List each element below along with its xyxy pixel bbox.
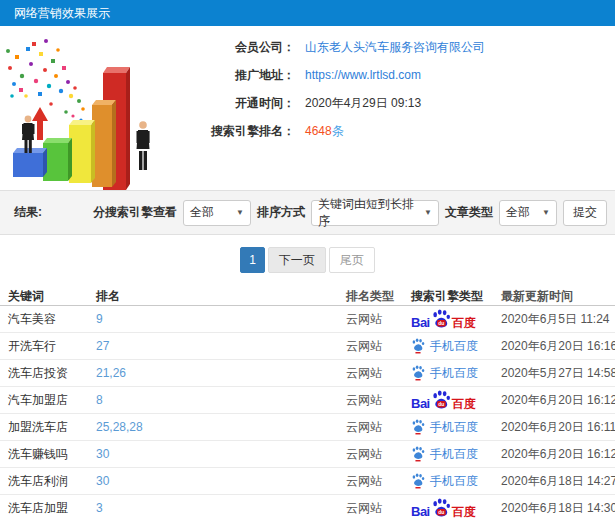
table-row: 洗车店利润 30 云网站 Bai du 百度: [0, 468, 615, 495]
rank-cell: 8: [88, 393, 338, 407]
mobile-baidu-label: 手机百度: [430, 419, 478, 436]
keyword-cell: 汽车加盟店: [0, 392, 88, 409]
sort-label: 排序方式: [257, 204, 305, 221]
rank-link[interactable]: 8: [96, 393, 103, 407]
engine-type-cell: Bai du 百度: [403, 309, 493, 329]
updated-cell: 2020年6月20日 16:16: [493, 338, 615, 355]
updated-cell: 2020年5月27日 14:58: [493, 365, 615, 382]
pagination-last-button[interactable]: 尾页: [329, 247, 375, 273]
header-engine-type: 搜索引擎类型: [403, 288, 493, 305]
sort-select[interactable]: 关键词由短到长排序 ▼: [311, 200, 439, 226]
table-row: 汽车美容 9 云网站 Bai du 百度: [0, 306, 615, 333]
table-row: 加盟洗车店 25,28,28 云网站 Bai du 百度: [0, 414, 615, 441]
mobile-baidu-paw-icon: [411, 419, 425, 435]
pagination-page-1[interactable]: 1: [240, 247, 265, 273]
baidu-logo-cn-text: 百度: [452, 506, 476, 518]
mobile-baidu-paw-icon: [411, 446, 425, 462]
keyword-cell: 洗车店利润: [0, 473, 88, 490]
engine-filter-selected-value: 全部: [190, 204, 214, 221]
rank-cell: 30: [88, 474, 338, 488]
rank-link[interactable]: 30: [96, 474, 109, 488]
table-row: 洗车店加盟 3 云网站 Bai du 百度: [0, 495, 615, 520]
baidu-logo-bai-text: Bai: [411, 316, 430, 329]
page-header-bar: 网络营销效果展示: [0, 0, 615, 26]
results-section-label: 结果:: [14, 204, 42, 221]
updated-cell: 2020年6月5日 11:24: [493, 311, 615, 328]
rank-type-cell: 云网站: [338, 365, 403, 382]
engine-type-cell: Bai du 百度: [403, 446, 493, 463]
article-type-label: 文章类型: [445, 204, 493, 221]
engine-filter-select[interactable]: 全部 ▼: [183, 200, 251, 226]
table-row: 洗车店投资 21,26 云网站 Bai du 百度: [0, 360, 615, 387]
table-header-row: 关键词 排名 排名类型 搜索引擎类型 最新更新时间: [0, 287, 615, 306]
sort-selected-value: 关键词由短到长排序: [318, 196, 418, 230]
rank-cell: 30: [88, 447, 338, 461]
chevron-down-icon: ▼: [418, 208, 432, 217]
updated-cell: 2020年6月20日 16:12: [493, 392, 615, 409]
rank-type-cell: 云网站: [338, 311, 403, 328]
rank-cell: 25,28,28: [88, 420, 338, 434]
engine-type-cell: Bai du 百度: [403, 419, 493, 436]
open-time-value: 2020年4月29日 09:13: [305, 95, 421, 112]
engine-type-cell: Bai du 百度: [403, 365, 493, 382]
updated-cell: 2020年6月18日 14:27: [493, 473, 615, 490]
baidu-paw-icon: du: [431, 390, 451, 410]
filter-controls: 分搜索引擎查看 全部 ▼ 排序方式 关键词由短到长排序 ▼ 文章类型 全部 ▼ …: [93, 200, 607, 226]
company-label: 会员公司：: [185, 39, 295, 56]
submit-button[interactable]: 提交: [563, 200, 607, 226]
keywords-table: 关键词 排名 排名类型 搜索引擎类型 最新更新时间 汽车美容 9 云网站 Bai…: [0, 287, 615, 520]
table-row: 开洗车行 27 云网站 Bai du 百度: [0, 333, 615, 360]
rank-link[interactable]: 9: [96, 312, 103, 326]
rank-link[interactable]: 27: [96, 339, 109, 353]
updated-cell: 2020年6月20日 16:11: [493, 419, 615, 436]
pagination-next-button[interactable]: 下一页: [268, 247, 326, 273]
rank-unit: 条: [332, 124, 344, 138]
mobile-baidu-paw-icon: [411, 473, 425, 489]
keyword-cell: 汽车美容: [0, 311, 88, 328]
rank-type-cell: 云网站: [338, 473, 403, 490]
rank-type-cell: 云网站: [338, 500, 403, 517]
baidu-logo: Bai du 百度: [411, 498, 476, 518]
rank-type-cell: 云网站: [338, 446, 403, 463]
keyword-cell: 洗车店投资: [0, 365, 88, 382]
engine-type-cell: Bai du 百度: [403, 390, 493, 410]
rank-link[interactable]: 30: [96, 447, 109, 461]
engine-type-cell: Bai du 百度: [403, 498, 493, 518]
rank-count: 4648: [305, 124, 332, 138]
rank-type-cell: 云网站: [338, 338, 403, 355]
baidu-paw-icon: du: [431, 309, 451, 329]
info-row-rank: 搜索引擎排名： 4648条: [185, 117, 600, 145]
engine-type-cell: Bai du 百度: [403, 338, 493, 355]
company-link[interactable]: 山东老人头汽车服务咨询有限公司: [305, 39, 485, 56]
table-row: 洗车赚钱吗 30 云网站 Bai du 百度: [0, 441, 615, 468]
keyword-cell: 洗车店加盟: [0, 500, 88, 517]
rank-link[interactable]: 25,28,28: [96, 420, 143, 434]
mobile-baidu-logo: 手机百度: [411, 338, 478, 355]
rank-link[interactable]: 21,26: [96, 366, 126, 380]
baidu-logo-cn-text: 百度: [452, 317, 476, 329]
article-type-select[interactable]: 全部 ▼: [499, 200, 557, 226]
rank-cell: 27: [88, 339, 338, 353]
mobile-baidu-paw-icon: [411, 338, 425, 354]
engine-type-cell: Bai du 百度: [403, 473, 493, 490]
article-type-selected-value: 全部: [506, 204, 530, 221]
rank-cell: 21,26: [88, 366, 338, 380]
mobile-baidu-logo: 手机百度: [411, 446, 478, 463]
keyword-cell: 开洗车行: [0, 338, 88, 355]
promotion-url-link[interactable]: https://www.lrtlsd.com: [305, 68, 421, 82]
header-rank-type: 排名类型: [338, 288, 403, 305]
rank-link[interactable]: 3: [96, 501, 103, 515]
pagination: 1 下一页 尾页: [0, 247, 615, 273]
mobile-baidu-logo: 手机百度: [411, 473, 478, 490]
rising-bar-chart-with-businessmen-illustration: [0, 26, 185, 190]
chevron-down-icon: ▼: [230, 208, 244, 217]
rank-cell: 9: [88, 312, 338, 326]
keyword-cell: 加盟洗车店: [0, 419, 88, 436]
mobile-baidu-label: 手机百度: [430, 338, 478, 355]
keyword-cell: 洗车赚钱吗: [0, 446, 88, 463]
header-rank: 排名: [88, 288, 338, 305]
info-row-company: 会员公司： 山东老人头汽车服务咨询有限公司: [185, 33, 600, 61]
rank-type-cell: 云网站: [338, 392, 403, 409]
updated-cell: 2020年6月20日 16:12: [493, 446, 615, 463]
promotion-url-label: 推广地址：: [185, 67, 295, 84]
